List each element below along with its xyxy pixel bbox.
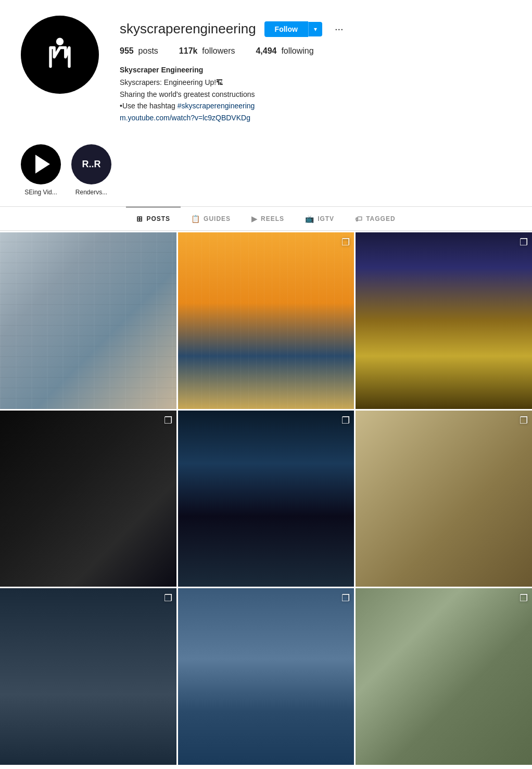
tab-tagged[interactable]: 🏷 TAGGED — [345, 207, 406, 230]
tab-tagged-label: TAGGED — [366, 215, 395, 222]
photo-cell-5[interactable]: ❐ — [178, 411, 354, 587]
follow-group: Follow ▾ — [264, 21, 322, 37]
tab-guides-label: GUIDES — [204, 215, 231, 222]
posts-label: posts — [138, 46, 158, 55]
multi-post-icon-3: ❐ — [520, 237, 528, 248]
tab-posts-label: POSTS — [146, 215, 170, 222]
stories-row: SEing Vid... R..R Rendervs... — [0, 134, 532, 207]
play-icon — [35, 155, 50, 173]
photo-cell-8[interactable]: ❐ — [178, 588, 354, 765]
photo-overlay-1 — [0, 232, 176, 409]
photo-cell-1[interactable] — [0, 232, 176, 409]
follow-dropdown-button[interactable]: ▾ — [308, 22, 322, 36]
story-label-1: SEing Vid... — [24, 189, 57, 196]
multi-post-icon-8: ❐ — [341, 592, 350, 604]
photo-cell-7[interactable]: ❐ — [0, 588, 176, 765]
photo-cell-2[interactable]: ❐ — [178, 232, 354, 409]
youtube-link[interactable]: m.youtube.com/watch?v=lc9zQBDVKDg — [120, 114, 250, 122]
following-count: 4,494 — [256, 46, 276, 55]
avatar — [21, 16, 99, 94]
followers-stat[interactable]: 117k followers — [179, 46, 235, 56]
multi-post-icon-2: ❐ — [341, 237, 350, 248]
bio-line1: Skyscrapers: Engineering Up!🏗 — [120, 77, 511, 88]
followers-label: followers — [202, 46, 235, 55]
avatar-container — [21, 16, 99, 94]
bio-name: Skyscraper Engineering — [120, 64, 511, 76]
tab-guides[interactable]: 📋 GUIDES — [181, 207, 241, 230]
multi-post-icon-7: ❐ — [164, 592, 172, 604]
hashtag-link[interactable]: #skyscraperengineering — [178, 102, 255, 110]
profile-info: skyscraperengineering Follow ▾ ··· 955 p… — [120, 16, 511, 123]
multi-post-icon-6: ❐ — [520, 415, 528, 426]
posts-stat: 955 posts — [120, 46, 158, 56]
photo-cell-3[interactable]: ❐ — [356, 232, 532, 409]
bio-section: Skyscraper Engineering Skyscrapers: Engi… — [120, 64, 511, 123]
story-item-1[interactable]: SEing Vid... — [21, 144, 61, 196]
posts-grid-icon: ⊞ — [136, 215, 143, 223]
following-stat[interactable]: 4,494 following — [256, 46, 313, 56]
igtv-icon: 📺 — [305, 215, 314, 223]
photo-grid: ❐ ❐ ❐ ❐ ❐ ❐ ❐ ❐ — [0, 231, 532, 766]
username: skyscraperengineering — [120, 21, 256, 37]
guides-icon: 📋 — [191, 215, 200, 223]
tab-reels[interactable]: ▶ REELS — [241, 207, 295, 230]
bio-line3: •Use the hashtag #skyscraperengineering — [120, 100, 511, 111]
photo-cell-4[interactable]: ❐ — [0, 411, 176, 587]
more-options-button[interactable]: ··· — [331, 21, 348, 37]
bio-line2: Sharing the world's greatest constructio… — [120, 89, 511, 100]
tab-reels-label: REELS — [261, 215, 284, 222]
multi-post-icon-4: ❐ — [164, 415, 172, 426]
tab-posts[interactable]: ⊞ POSTS — [126, 207, 181, 230]
following-label: following — [281, 46, 313, 55]
tab-igtv-label: IGTV — [318, 215, 334, 222]
reels-icon: ▶ — [251, 215, 258, 223]
posts-count: 955 — [120, 46, 134, 55]
story-label-2: Rendervs... — [75, 189, 107, 196]
profile-top-row: skyscraperengineering Follow ▾ ··· — [120, 21, 511, 37]
photo-overlay-2 — [178, 232, 354, 409]
tagged-icon: 🏷 — [355, 215, 363, 223]
rr-icon: R..R — [82, 159, 101, 170]
svg-point-1 — [56, 38, 64, 45]
follow-button[interactable]: Follow — [264, 21, 308, 37]
stats-row: 955 posts 117k followers 4,494 following — [120, 46, 511, 56]
followers-count: 117k — [179, 46, 198, 55]
multi-post-icon-5: ❐ — [341, 415, 350, 426]
multi-post-icon-9: ❐ — [520, 592, 528, 604]
photo-cell-6[interactable]: ❐ — [356, 411, 532, 587]
photo-cell-9[interactable]: ❐ — [356, 588, 532, 765]
story-item-2[interactable]: R..R Rendervs... — [71, 144, 111, 196]
profile-header: skyscraperengineering Follow ▾ ··· 955 p… — [0, 0, 532, 134]
tab-nav: ⊞ POSTS 📋 GUIDES ▶ REELS 📺 IGTV 🏷 TAGGED — [0, 207, 532, 231]
story-circle-2: R..R — [71, 144, 111, 184]
tab-igtv[interactable]: 📺 IGTV — [295, 207, 345, 230]
story-circle-1 — [21, 144, 61, 184]
